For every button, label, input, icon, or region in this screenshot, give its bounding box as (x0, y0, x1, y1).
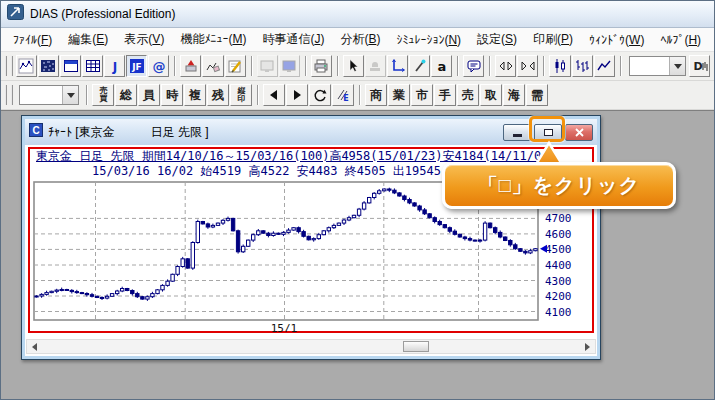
dias-main-window: DIAS (Professional Edition) ﾌｧｲﾙ(F)編集(E)… (0, 0, 715, 400)
next-button[interactable] (286, 84, 308, 106)
dias-app-icon (7, 4, 24, 24)
line-button[interactable] (594, 55, 615, 77)
scrollbar-track[interactable] (41, 340, 581, 353)
scrollbar-thumb[interactable] (403, 341, 429, 352)
mdi-client-area: C ﾁｬｰﾄ [東京金 日足 先限 ] 東京金 日足 先限 期間14/10/16… (1, 110, 714, 400)
menu-item[interactable]: 分析(B) (332, 28, 388, 51)
prev-button[interactable] (263, 84, 285, 106)
maximize-icon (544, 129, 553, 136)
chevron-down-icon[interactable] (62, 86, 78, 104)
toolbar-separator (543, 56, 545, 76)
jf-button[interactable]: JF (126, 55, 147, 77)
screen-on-button[interactable] (279, 55, 300, 77)
window-button[interactable] (60, 55, 81, 77)
symbol-combobox[interactable] (19, 85, 79, 105)
toolbar-separator (257, 85, 259, 105)
dw-button[interactable]: D (689, 55, 710, 77)
market-button-海[interactable]: 海 (503, 84, 525, 106)
screen-off-button[interactable] (257, 55, 278, 77)
j-button[interactable]: J (104, 55, 125, 77)
cursor-button[interactable] (343, 55, 364, 77)
svg-text:J: J (111, 60, 116, 74)
stamp-button[interactable] (365, 55, 386, 77)
menu-item[interactable]: 表示(V) (116, 28, 172, 51)
refresh-button[interactable] (309, 84, 331, 106)
menu-item[interactable]: 設定(S) (469, 28, 525, 51)
board-button[interactable] (38, 55, 59, 77)
eraser-button[interactable] (202, 55, 223, 77)
table-button[interactable] (82, 55, 103, 77)
svg-text:15/1: 15/1 (271, 322, 298, 332)
menu-item[interactable]: ｼﾐｭﾚｰｼｮﾝ(N) (388, 30, 469, 50)
menu-item[interactable]: 機能ﾒﾆｭｰ(M) (172, 28, 254, 51)
print-button[interactable] (311, 55, 332, 77)
ohlc-icon (574, 58, 590, 74)
save-button[interactable] (180, 55, 201, 77)
chart-header-line1: 東京金 日足 先限 期間14/10/16～15/03/16(100)高4958(… (30, 149, 592, 164)
screen-on-icon (281, 58, 297, 74)
toolbar-button-残[interactable]: 残 (207, 84, 229, 106)
market-button-手[interactable]: 手 (434, 84, 456, 106)
text-a-button[interactable]: a (431, 55, 452, 77)
market-button-売[interactable]: 売 (457, 84, 479, 106)
minimize-button[interactable] (503, 124, 531, 141)
scroll-right-icon[interactable] (581, 343, 595, 351)
memo-button[interactable] (225, 55, 246, 77)
toolbar-button-員[interactable]: 員 (138, 84, 160, 106)
menu-item[interactable]: 時事通信(J) (254, 28, 332, 51)
scroll-left-icon[interactable] (27, 343, 41, 351)
close-button[interactable] (565, 124, 593, 141)
menu-item[interactable]: ﾌｧｲﾙ(F) (5, 30, 60, 50)
menu-item[interactable]: 編集(E) (60, 28, 116, 51)
menu-item[interactable]: ﾍﾙﾌﾟ(H) (652, 30, 709, 50)
svg-text:@: @ (152, 59, 165, 74)
toolbar-button-時[interactable]: 時 (161, 84, 183, 106)
chart-button[interactable] (16, 55, 37, 77)
contract-icon (520, 58, 536, 74)
chart-window-title: ﾁｬｰﾄ [東京金 日足 先限 ] (48, 124, 498, 141)
menu-item[interactable]: ｳｨﾝﾄﾞｳ(W) (581, 30, 652, 50)
line-icon (596, 58, 612, 74)
pen-icon (412, 58, 428, 74)
axis-icon (390, 58, 406, 74)
ohlc-button[interactable] (572, 55, 593, 77)
svg-text:4600: 4600 (545, 228, 572, 241)
window-icon (63, 58, 79, 74)
svg-text:4100: 4100 (545, 306, 572, 319)
chart-window-titlebar[interactable]: C ﾁｬｰﾄ [東京金 日足 先限 ] (25, 119, 597, 145)
toolbar-button-総[interactable]: 総 (115, 84, 137, 106)
text-a-icon: a (434, 58, 450, 74)
svg-text:4400: 4400 (545, 259, 572, 272)
period-combobox[interactable] (629, 56, 686, 76)
swirl-button[interactable]: @ (148, 55, 169, 77)
candlestick-plot[interactable]: 410042004300440045004600470015/1 (30, 180, 592, 332)
expand-button[interactable] (495, 55, 516, 77)
candle-button[interactable] (549, 55, 570, 77)
toolbar-button-複[interactable]: 複 (184, 84, 206, 106)
chevron-down-icon[interactable] (669, 57, 685, 75)
chart-hscrollbar[interactable] (26, 339, 596, 354)
toolbar-grip[interactable] (5, 56, 13, 76)
axis-button[interactable] (387, 55, 408, 77)
market-button-市[interactable]: 市 (411, 84, 433, 106)
pen-button[interactable] (409, 55, 430, 77)
close-icon (575, 128, 584, 137)
hatch-e-button[interactable]: E (332, 84, 354, 106)
toolbar-grip[interactable] (5, 85, 13, 105)
toolbar-button-縦印[interactable]: 縦印 (230, 84, 252, 106)
chart-frame: 東京金 日足 先限 期間14/10/16～15/03/16(100)高4958(… (28, 147, 594, 333)
jf-icon: JF (129, 58, 145, 74)
market-button-業[interactable]: 業 (388, 84, 410, 106)
menu-item[interactable]: 印刷(P) (525, 28, 581, 51)
market-button-取[interactable]: 取 (480, 84, 502, 106)
maximize-button[interactable] (534, 124, 562, 141)
market-button-需[interactable]: 需 (526, 84, 548, 106)
contract-button[interactable] (517, 55, 538, 77)
toolbar-separator (251, 56, 253, 76)
market-button-商[interactable]: 商 (365, 84, 387, 106)
dw-icon: D (692, 58, 708, 74)
toolbar-market: 売買総員時複残縦印E商業市手売取海需 (1, 81, 714, 110)
toolbar-button-売買[interactable]: 売買 (92, 84, 114, 106)
svg-text:4500: 4500 (545, 243, 572, 256)
comment-button[interactable] (463, 55, 484, 77)
